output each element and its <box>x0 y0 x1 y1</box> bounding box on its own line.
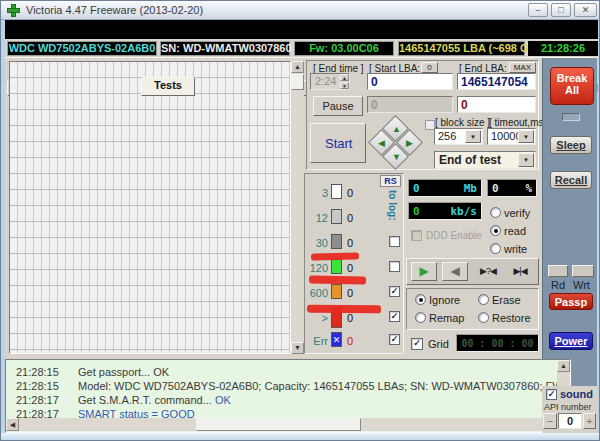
ignore-label: Ignore <box>429 294 460 306</box>
remap-label: Remap <box>429 312 464 324</box>
chevron-down-icon[interactable]: ▼ <box>465 130 481 143</box>
bucket-box-600 <box>331 284 342 299</box>
back-button[interactable]: ◀ <box>442 262 468 281</box>
log-hscroll-thumb[interactable] <box>196 418 361 431</box>
break-all-button[interactable]: Break All <box>550 67 594 105</box>
timeout-select[interactable]: 10000 ▼ <box>487 128 536 145</box>
end-time-down-icon[interactable]: ▼ <box>340 82 349 89</box>
read-radio[interactable] <box>490 225 501 236</box>
start-lba-zero-button[interactable]: 0 <box>421 62 438 73</box>
power-button[interactable]: Power <box>549 332 593 350</box>
scroll-left-icon[interactable]: ◀ <box>6 418 19 431</box>
rs-button[interactable]: RS <box>380 175 401 187</box>
tab-tests[interactable]: Tests <box>141 77 195 96</box>
to-log-checkbox-30[interactable] <box>389 236 400 247</box>
grid-scrollbar[interactable]: ▲ ▼ <box>291 61 304 354</box>
verify-radio[interactable] <box>490 207 501 218</box>
to-log-checkbox-err[interactable] <box>389 334 400 345</box>
window-title: Victoria 4.47 Freeware (2013-02-20) <box>26 4 203 16</box>
log-line: 21:28:15Model: WDC WD7502ABYS-02A6B0; Ca… <box>16 380 571 392</box>
speed-display: 0kb/s <box>408 202 482 220</box>
play-button[interactable]: ▶ <box>411 262 437 281</box>
bucket-count-600: 0 <box>347 287 353 299</box>
bucket-count-120: 0 <box>347 262 353 274</box>
to-log-checkbox-120[interactable] <box>389 261 400 272</box>
to-log-label: to log: <box>387 190 398 221</box>
end-lba-input[interactable]: 1465147054 <box>457 73 536 90</box>
start-button[interactable]: Start <box>310 123 366 163</box>
close-button[interactable]: ✕ <box>574 3 597 17</box>
log-line: 21:28:15Get passport... OK <box>16 366 169 378</box>
remap-radio[interactable] <box>415 312 426 323</box>
app-icon <box>7 4 20 17</box>
end-time-up-icon[interactable]: ▲ <box>340 74 349 81</box>
restore-radio[interactable] <box>478 312 489 323</box>
max-button[interactable]: MAX <box>509 62 536 73</box>
end-lba-secondary-input[interactable]: 0 <box>457 96 536 113</box>
bucket-count-over: 0 <box>347 312 353 324</box>
bucket-count-12: 0 <box>347 212 353 224</box>
scan-grid[interactable] <box>9 61 291 354</box>
maximize-button[interactable]: □ <box>551 3 571 17</box>
title-bar[interactable]: Victoria 4.47 Freeware (2013-02-20) – □ … <box>1 1 600 20</box>
ignore-radio[interactable] <box>415 294 426 305</box>
restore-label: Restore <box>492 312 531 324</box>
log-line: 21:28:17Get S.M.A.R.T. command... OK <box>16 394 231 406</box>
wrt-indicator <box>572 265 594 277</box>
grid-checkbox-label: Grid <box>428 338 449 350</box>
bucket-box-120 <box>331 259 342 274</box>
end-time-spinner[interactable]: 2:24 ▲ ▼ <box>310 73 350 90</box>
scroll-up-icon[interactable]: ▲ <box>291 61 304 73</box>
bucket-box-3 <box>331 184 342 199</box>
bucket-label-600: 600 <box>304 287 328 299</box>
minimize-button[interactable]: – <box>528 3 548 17</box>
bucket-label-12: 12 <box>304 212 328 224</box>
mb-display: 0Mb <box>408 179 482 197</box>
sound-label: sound <box>560 388 593 400</box>
minimize-icon: – <box>535 5 540 15</box>
ddd-enable-label: DDD Enable <box>426 230 482 241</box>
grid-checkbox[interactable] <box>411 338 423 350</box>
seek-question-icon: ▶?◀ <box>480 266 496 276</box>
seek-question-button[interactable]: ▶?◀ <box>474 262 502 281</box>
grid-scrollbar-thumb[interactable] <box>291 74 304 90</box>
recall-button[interactable]: Recall <box>550 171 592 189</box>
seek-end-button[interactable]: ▶|◀ <box>506 262 534 281</box>
to-log-checkbox-over[interactable] <box>389 311 400 322</box>
wrt-label: Wrt <box>573 279 590 291</box>
erase-radio[interactable] <box>478 294 489 305</box>
victoria-window: Victoria 4.47 Freeware (2013-02-20) – □ … <box>0 0 600 441</box>
bucket-label-120: 120 <box>304 262 328 274</box>
read-label: read <box>504 225 526 237</box>
bucket-label-30: 30 <box>304 237 328 249</box>
end-action-select[interactable]: End of test ▼ <box>434 151 536 169</box>
scroll-down-icon[interactable]: ▼ <box>291 342 304 354</box>
api-number-plus-button[interactable]: + <box>583 413 596 429</box>
api-number-minus-button[interactable]: − <box>543 413 557 429</box>
nav-right-icon: ▶ <box>406 138 413 148</box>
start-lba-input[interactable]: 0 <box>367 73 453 90</box>
nav-left-icon: ◀ <box>378 138 385 148</box>
chevron-down-icon[interactable]: ▼ <box>518 130 534 143</box>
nav-down-icon: ▼ <box>392 152 401 162</box>
seek-end-icon: ▶|◀ <box>513 266 526 276</box>
timeout-label: [ timeout,ms ] <box>489 117 549 128</box>
api-number-value[interactable]: 0 <box>558 413 582 429</box>
window-border-bottom <box>1 433 600 441</box>
passp-button[interactable]: Passp <box>549 293 593 310</box>
block-size-select[interactable]: 256 ▼ <box>434 128 483 145</box>
block-size-label: [ block size ] <box>435 117 490 128</box>
log-hscrollbar[interactable]: ◀ ▶ <box>6 418 556 431</box>
bucket-box-30 <box>331 234 342 249</box>
play-icon: ▶ <box>419 264 428 278</box>
sound-checkbox[interactable] <box>546 389 557 400</box>
chevron-down-icon[interactable]: ▼ <box>518 153 534 167</box>
to-log-checkbox-600[interactable] <box>389 286 400 297</box>
sleep-button[interactable]: Sleep <box>550 136 592 154</box>
scroll-up-icon[interactable]: ▲ <box>557 360 570 372</box>
close-icon: ✕ <box>582 5 590 15</box>
bucket-label-err: Err <box>304 335 328 347</box>
write-radio[interactable] <box>490 243 501 254</box>
pause-button[interactable]: Pause <box>313 96 363 116</box>
write-label: write <box>504 243 527 255</box>
